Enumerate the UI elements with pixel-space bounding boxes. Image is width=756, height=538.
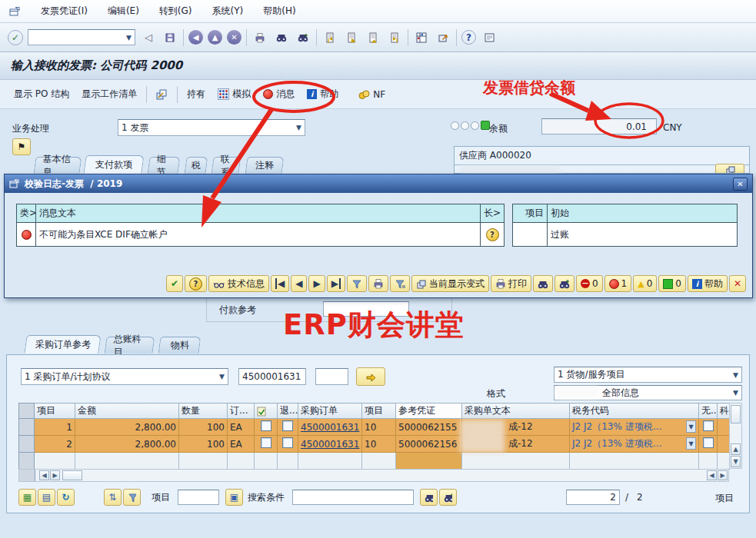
filter-criteria-button[interactable] bbox=[390, 275, 410, 292]
print-icon[interactable] bbox=[251, 29, 268, 46]
col-ok-icon[interactable] bbox=[255, 404, 278, 419]
tab-details[interactable]: 细节 bbox=[147, 157, 180, 174]
technical-info-button[interactable]: 技术信息 bbox=[208, 275, 269, 292]
po-item-field[interactable] bbox=[315, 368, 348, 385]
active-cell[interactable] bbox=[396, 453, 462, 470]
tab-gl-account[interactable]: 总账科目 bbox=[104, 337, 155, 354]
col-misc[interactable]: 科 bbox=[718, 404, 730, 419]
previous-page-icon[interactable] bbox=[343, 29, 360, 46]
save-icon[interactable] bbox=[162, 29, 178, 46]
item-type-dropdown[interactable]: 1 货物/服务项目▼ bbox=[554, 367, 742, 383]
sort-button[interactable]: ⇅ bbox=[104, 489, 122, 506]
position-field[interactable]: 2 bbox=[566, 490, 620, 505]
menu-invoice-document[interactable]: 发票凭证(I) bbox=[41, 5, 88, 18]
success-count-button[interactable]: 0 bbox=[658, 275, 686, 292]
no-checkbox[interactable] bbox=[703, 437, 714, 448]
customize-layout-icon[interactable] bbox=[481, 29, 498, 46]
returns-checkbox[interactable] bbox=[282, 437, 293, 448]
row-selector[interactable] bbox=[19, 436, 35, 453]
footer-item-field[interactable] bbox=[178, 490, 219, 505]
exit-icon[interactable]: ▲ bbox=[208, 30, 222, 45]
stop-count-button[interactable]: —0 bbox=[576, 275, 603, 292]
scroll-left-icon[interactable]: ◀ bbox=[707, 470, 717, 480]
show-worklist-button[interactable]: 显示工作清单 bbox=[78, 86, 140, 102]
find-button[interactable] bbox=[533, 275, 553, 292]
item-table-vscrollbar[interactable]: ▲ ▼ bbox=[729, 403, 742, 469]
new-session-icon[interactable] bbox=[413, 29, 430, 46]
transaction-dropdown[interactable]: 1 发票▼ bbox=[118, 119, 305, 136]
find-next-icon[interactable] bbox=[295, 29, 311, 46]
help-button[interactable]: ? bbox=[185, 275, 207, 292]
row-selector[interactable] bbox=[19, 419, 35, 436]
sort-button[interactable] bbox=[368, 275, 388, 292]
command-dropdown-icon[interactable]: ▼ bbox=[126, 34, 132, 42]
hold-button[interactable]: 持有 bbox=[184, 86, 208, 102]
current-variant-button[interactable]: 当前显示变式 bbox=[411, 275, 489, 292]
col-tax-code[interactable]: 税务代码 bbox=[570, 404, 699, 419]
close-icon[interactable]: ✕ bbox=[733, 178, 748, 191]
nf-button[interactable]: NF bbox=[355, 88, 388, 101]
col-po-item[interactable]: 项目 bbox=[362, 404, 396, 419]
collapse-icon[interactable]: ◁ bbox=[140, 29, 157, 46]
col-order-unit[interactable]: 订... bbox=[228, 404, 255, 419]
first-page-button[interactable]: ◀ bbox=[271, 275, 289, 292]
confirm-button[interactable]: ✔ bbox=[166, 275, 183, 292]
tax-dropdown-icon[interactable]: ▼ bbox=[686, 437, 696, 450]
tab-basic-data[interactable]: 基本信息 bbox=[33, 157, 82, 174]
error-count-button[interactable]: 1 bbox=[604, 275, 632, 292]
tax-dropdown-icon[interactable]: ▼ bbox=[686, 420, 696, 433]
col-no[interactable]: 无... bbox=[699, 404, 718, 419]
menu-goto[interactable]: 转到(G) bbox=[159, 5, 192, 18]
command-field[interactable]: ▼ bbox=[28, 29, 135, 45]
worklist-icon[interactable] bbox=[153, 88, 171, 101]
enter-icon[interactable]: ✓ bbox=[8, 30, 23, 45]
menu-edit[interactable]: 编辑(E) bbox=[108, 5, 139, 18]
log-row-left[interactable]: 不可能为条目XCE DIF确立帐户 ? bbox=[16, 223, 505, 247]
help-button[interactable]: i帮助 bbox=[304, 86, 341, 102]
reference-category-dropdown[interactable]: 1 采购订单/计划协议▼ bbox=[21, 368, 228, 385]
last-page-icon[interactable] bbox=[386, 29, 403, 46]
po-link[interactable]: 4500001631 bbox=[301, 422, 359, 433]
scroll-right-icon[interactable]: ▶ bbox=[718, 470, 728, 480]
filter-button[interactable] bbox=[347, 275, 367, 292]
warning-count-button[interactable]: ▲0 bbox=[633, 275, 657, 292]
dialog-title-bar[interactable]: 校验日志-发票 / 2019 ✕ bbox=[5, 174, 752, 193]
select-all-header[interactable] bbox=[19, 404, 35, 419]
system-menu-icon[interactable] bbox=[9, 6, 21, 17]
scroll-right-icon[interactable]: ▶ bbox=[50, 470, 60, 480]
back-icon[interactable]: ◀ bbox=[188, 30, 203, 45]
messages-button[interactable]: 消息 bbox=[260, 86, 298, 102]
col-purchase-order[interactable]: 采购订单 bbox=[298, 404, 362, 419]
find-next-button[interactable] bbox=[439, 489, 457, 506]
vscroll-thumb[interactable] bbox=[731, 405, 741, 423]
returns-checkbox[interactable] bbox=[282, 420, 293, 431]
find-button[interactable] bbox=[420, 489, 438, 506]
cancel-icon[interactable]: ✕ bbox=[227, 30, 241, 45]
worklist-tree-button[interactable]: ⚑ bbox=[12, 138, 31, 155]
ok-checkbox[interactable] bbox=[261, 420, 271, 431]
vendor-detail-button[interactable] bbox=[715, 164, 744, 174]
scroll-down-icon[interactable]: ▼ bbox=[731, 456, 741, 467]
scroll-left-icon[interactable]: ◀ bbox=[39, 470, 49, 480]
log-longtext-cell[interactable]: ? bbox=[481, 223, 505, 247]
first-page-icon[interactable] bbox=[321, 29, 338, 46]
show-po-structure-button[interactable]: 显示 PO 结构 bbox=[11, 86, 72, 102]
find-icon[interactable] bbox=[273, 29, 290, 46]
adopt-button[interactable] bbox=[356, 367, 385, 386]
scroll-up-icon[interactable]: ▲ bbox=[731, 443, 741, 455]
next-page-button[interactable]: ▶ bbox=[308, 275, 325, 292]
tab-contacts[interactable]: 联系 bbox=[211, 157, 241, 174]
col-po-text[interactable]: 采购单文本 bbox=[462, 404, 570, 419]
filter-button[interactable] bbox=[123, 489, 141, 506]
ok-checkbox[interactable] bbox=[261, 437, 271, 448]
menu-help[interactable]: 帮助(H) bbox=[263, 5, 295, 18]
col-reference-doc[interactable]: 参考凭证 bbox=[396, 404, 462, 419]
item-row-2[interactable]: 2 2,800.00 100 EA 4500001631 10 50000621… bbox=[19, 436, 730, 453]
last-page-button[interactable]: ▶ bbox=[327, 275, 345, 292]
row-selector[interactable] bbox=[19, 453, 35, 470]
item-overview-button[interactable]: ▦ bbox=[18, 489, 36, 506]
po-link[interactable]: 4500001631 bbox=[301, 439, 359, 450]
no-checkbox[interactable] bbox=[703, 420, 714, 431]
find-next-button[interactable] bbox=[555, 275, 574, 292]
previous-page-button[interactable]: ◀ bbox=[291, 275, 307, 292]
